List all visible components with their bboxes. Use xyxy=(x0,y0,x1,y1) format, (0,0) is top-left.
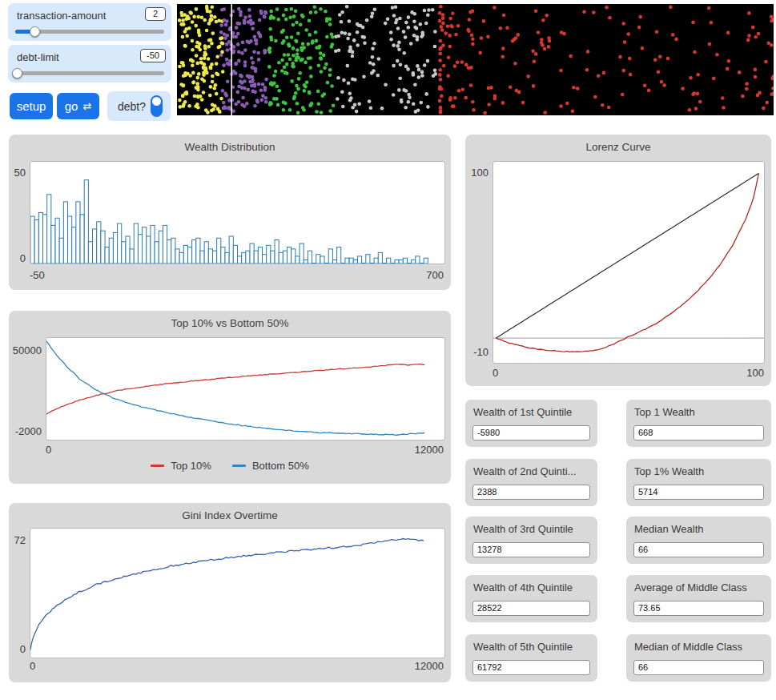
slider-debt-limit-label: debt-limit xyxy=(17,51,59,63)
monitor-top-1pct-wealth: Top 1% Wealth 5714 xyxy=(626,459,771,506)
legend-label-bottom50: Bottom 50% xyxy=(252,460,309,472)
monitor-value: 73.65 xyxy=(633,601,764,616)
monitor-label: Wealth of 2nd Quinti... xyxy=(473,465,593,477)
legend-label-top10: Top 10% xyxy=(171,460,211,472)
chart-legend: Top 10% Bottom 50% xyxy=(9,460,451,472)
repeat-icon: ⇄ xyxy=(82,100,91,112)
slider-debt-limit-track[interactable] xyxy=(15,71,164,75)
monitor-value: 66 xyxy=(633,542,764,557)
monitor-wealth-1st-quintile: Wealth of 1st Quintile -5980 xyxy=(465,400,597,447)
slider-transaction-amount: transaction-amount 2 xyxy=(8,3,171,41)
x-axis-max-label: 12000 xyxy=(415,444,444,456)
chart-title: Top 10% vs Bottom 50% xyxy=(9,317,451,329)
monitor-value: 2388 xyxy=(472,485,590,500)
monitor-value: 668 xyxy=(633,425,764,441)
gini-index-plot xyxy=(30,528,445,658)
monitor-label: Wealth of 4th Quintile xyxy=(473,581,593,593)
y-axis-max-label: 50000 xyxy=(9,344,42,356)
slider-transaction-amount-value[interactable]: 2 xyxy=(145,7,166,21)
monitor-label: Wealth of 1st Quintile xyxy=(473,406,593,418)
monitor-wealth-5th-quintile: Wealth of 5th Quintile 61792 xyxy=(465,634,597,682)
chart-panel-gini-index: Gini Index Overtime 72 0 0 12000 xyxy=(9,503,451,682)
x-axis-min-label: 0 xyxy=(46,444,51,456)
app-root: transaction-amount 2 debt-limit -50 setu… xyxy=(0,0,776,700)
legend-item-bottom50: Bottom 50% xyxy=(232,460,309,472)
legend-dash-top10 xyxy=(151,465,164,467)
slider-debt-limit-thumb[interactable] xyxy=(12,68,22,78)
monitor-wealth-3rd-quintile: Wealth of 3rd Quintile 13278 xyxy=(465,517,597,564)
x-axis-min-label: -50 xyxy=(30,269,45,281)
monitor-value: 5714 xyxy=(633,485,764,500)
monitor-label: Median Wealth xyxy=(634,523,767,535)
monitor-value: 28522 xyxy=(472,601,590,616)
monitor-label: Top 1 Wealth xyxy=(634,406,767,418)
chart-panel-lorenz-curve: Lorenz Curve 100 -10 0 100 xyxy=(465,135,771,386)
x-axis-min-label: 0 xyxy=(493,367,498,379)
monitor-median-wealth: Median Wealth 66 xyxy=(626,517,771,564)
setup-button-label: setup xyxy=(17,99,46,113)
y-axis-min-label: -2000 xyxy=(9,425,42,437)
chart-title: Lorenz Curve xyxy=(465,141,771,153)
monitor-wealth-2nd-quintile: Wealth of 2nd Quinti... 2388 xyxy=(465,459,597,506)
chart-panel-wealth-distribution: Wealth Distribution 50 0 -50 700 xyxy=(9,135,451,290)
monitor-label: Average of Middle Class xyxy=(634,581,767,593)
legend-dash-bottom50 xyxy=(232,465,246,467)
monitor-wealth-4th-quintile: Wealth of 4th Quintile 28522 xyxy=(465,575,597,622)
monitor-label: Wealth of 3rd Quintile xyxy=(473,523,593,535)
y-axis-max-label: 50 xyxy=(9,167,26,179)
go-button-label: go xyxy=(65,99,78,113)
x-axis-max-label: 700 xyxy=(426,269,444,281)
setup-button[interactable]: setup xyxy=(10,93,53,119)
debt-toggle-knob xyxy=(152,97,161,106)
debt-switch-label: debt? xyxy=(118,100,146,113)
monitor-label: Median of Middle Class xyxy=(634,641,767,653)
monitor-median-middle-class: Median of Middle Class 66 xyxy=(626,634,771,682)
debt-switch-widget: debt? xyxy=(107,91,171,121)
chart-panel-top10-vs-bottom50: Top 10% vs Bottom 50% 50000 -2000 0 1200… xyxy=(9,311,451,484)
monitor-label: Top 1% Wealth xyxy=(634,465,767,477)
monitor-top-1-wealth: Top 1 Wealth 668 xyxy=(626,400,771,447)
wealth-distribution-plot xyxy=(30,161,445,264)
slider-transaction-amount-track[interactable] xyxy=(15,30,164,34)
y-axis-min-label: -10 xyxy=(465,346,489,358)
monitor-value: 66 xyxy=(633,660,764,675)
debt-toggle[interactable] xyxy=(151,95,163,117)
y-axis-max-label: 72 xyxy=(9,534,26,546)
slider-debt-limit-value[interactable]: -50 xyxy=(140,49,166,62)
chart-title: Gini Index Overtime xyxy=(9,509,451,521)
y-axis-max-label: 100 xyxy=(465,167,489,179)
slider-transaction-amount-label: transaction-amount xyxy=(17,10,106,22)
legend-item-top10: Top 10% xyxy=(151,460,211,472)
monitor-average-middle-class: Average of Middle Class 73.65 xyxy=(626,575,771,622)
monitor-value: 61792 xyxy=(472,660,590,675)
x-axis-max-label: 12000 xyxy=(415,660,444,672)
slider-transaction-amount-thumb[interactable] xyxy=(30,26,40,37)
y-axis-min-label: 0 xyxy=(9,252,26,264)
world-view xyxy=(177,4,774,115)
top10-vs-bottom50-plot xyxy=(46,337,445,441)
x-axis-max-label: 100 xyxy=(746,367,764,379)
monitor-label: Wealth of 5th Quintile xyxy=(473,641,593,653)
lorenz-curve-plot xyxy=(493,161,765,364)
chart-title: Wealth Distribution xyxy=(9,141,451,153)
monitor-value: -5980 xyxy=(472,425,590,441)
y-axis-min-label: 0 xyxy=(9,643,26,655)
slider-debt-limit: debt-limit -50 xyxy=(8,45,171,82)
monitor-value: 13278 xyxy=(472,542,590,557)
go-button[interactable]: go ⇄ xyxy=(57,93,99,119)
x-axis-min-label: 0 xyxy=(30,660,35,672)
